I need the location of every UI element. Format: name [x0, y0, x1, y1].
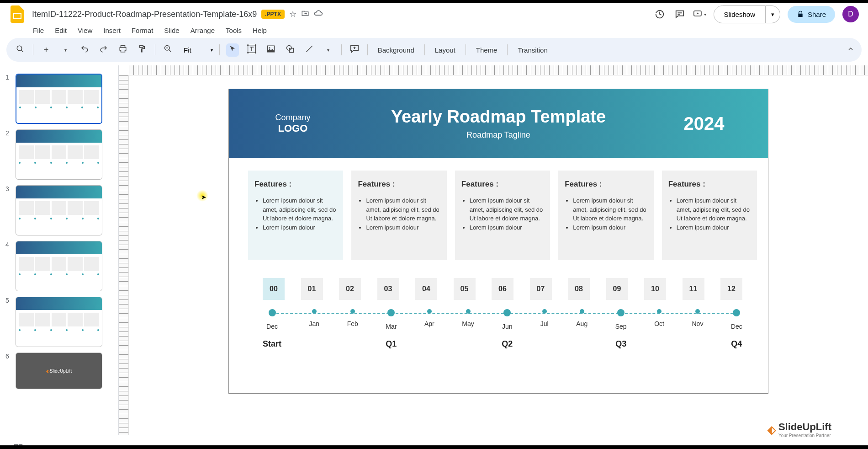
- feature-heading: Features :: [668, 180, 751, 189]
- svg-rect-1: [14, 14, 21, 18]
- feature-box-3: Features :Lorem ipsum dolour sit amet, a…: [558, 171, 653, 260]
- transition-button[interactable]: Transition: [514, 44, 551, 56]
- feature-heading: Features :: [254, 180, 337, 189]
- slides-logo-icon[interactable]: [9, 6, 26, 22]
- line-icon[interactable]: [303, 45, 316, 55]
- quarter-label: Q4: [731, 339, 742, 349]
- collapse-filmstrip-icon[interactable]: [36, 444, 42, 449]
- timeline-dot: [269, 309, 276, 316]
- month-label: Aug: [576, 320, 587, 327]
- svg-rect-14: [15, 445, 18, 448]
- menu-slide[interactable]: Slide: [164, 27, 179, 34]
- paint-format-icon[interactable]: [136, 45, 148, 55]
- quarter-label: Start: [263, 339, 281, 349]
- timeline-months: DecStartJanFebMarQ1AprMayJunQ2JulAugSepQ…: [263, 309, 742, 349]
- quarter-label: Q2: [502, 339, 513, 349]
- select-tool-icon[interactable]: [226, 43, 239, 57]
- menu-format[interactable]: Format: [132, 27, 153, 34]
- document-title[interactable]: ItemID-11222-Product-Roadmap-Presentatio…: [32, 10, 257, 19]
- present-icon[interactable]: ▾: [693, 8, 706, 21]
- line-dropdown-icon[interactable]: ▾: [322, 48, 335, 53]
- workspace: 123456⬖ SlideUpLift ➤ Company LOGO Yearl…: [0, 65, 868, 435]
- thumbnail-number: 2: [5, 129, 11, 180]
- watermark: ⬖ SlideUpLift Your Presentation Partner: [767, 421, 831, 438]
- move-icon[interactable]: [301, 9, 309, 20]
- redo-icon[interactable]: [97, 45, 110, 55]
- cursor-icon: ➤: [201, 193, 206, 201]
- new-slide-dropdown-icon[interactable]: ▾: [59, 48, 72, 53]
- slide-area[interactable]: ➤ Company LOGO Yearly Roadmap Template R…: [129, 75, 868, 435]
- feature-box-2: Features :Lorem ipsum dolour sit amet, a…: [455, 171, 550, 260]
- company-label: Company: [252, 113, 334, 123]
- month-item-Jan: Jan: [309, 309, 320, 349]
- zoom-out-icon[interactable]: [162, 45, 175, 55]
- timeline-dot: [466, 309, 471, 314]
- watermark-brand: SlideUpLift: [778, 421, 831, 433]
- month-label: Dec: [266, 323, 278, 330]
- slide-thumbnail-2[interactable]: 2: [5, 129, 113, 180]
- timeline-number-03: 03: [377, 278, 399, 300]
- background-button[interactable]: Background: [374, 44, 418, 56]
- slide-thumbnail-6[interactable]: 6⬖ SlideUpLift: [5, 353, 113, 389]
- month-label: Jun: [502, 323, 513, 330]
- comment-add-icon[interactable]: [348, 45, 361, 55]
- slide-tagline: Roadmap Tagline: [334, 130, 663, 140]
- zoom-select[interactable]: Fit ▾: [181, 46, 213, 54]
- slideshow-button[interactable]: Slideshow: [714, 5, 766, 23]
- textbox-icon[interactable]: [245, 44, 258, 56]
- menu-file[interactable]: File: [33, 27, 44, 34]
- cloud-icon[interactable]: [314, 10, 323, 19]
- collapse-toolbar-icon[interactable]: [847, 45, 854, 54]
- month-item-Nov: Nov: [692, 309, 703, 349]
- feature-box-0: Features :Lorem ipsum dolour sit amet, a…: [248, 171, 343, 260]
- month-item-Aug: Aug: [576, 309, 587, 349]
- month-label: Oct: [654, 320, 664, 327]
- menu-tools[interactable]: Tools: [226, 27, 242, 34]
- thumbnail-number: 3: [5, 185, 11, 235]
- timeline-dot: [542, 309, 547, 314]
- comment-icon[interactable]: [673, 8, 686, 21]
- timeline-dot: [580, 309, 584, 314]
- slide-thumbnail-5[interactable]: 5: [5, 297, 113, 347]
- feature-heading: Features :: [358, 180, 440, 189]
- month-item-Dec: DecQ4: [731, 309, 742, 349]
- user-avatar[interactable]: D: [842, 6, 859, 22]
- slide-panel[interactable]: 123456⬖ SlideUpLift: [0, 65, 119, 435]
- features-row: Features :Lorem ipsum dolour sit amet, a…: [248, 171, 757, 260]
- content-card: Features :Lorem ipsum dolour sit amet, a…: [237, 158, 768, 383]
- grid-view-icon[interactable]: [14, 444, 23, 449]
- menu-arrange[interactable]: Arrange: [191, 27, 215, 34]
- feature-box-1: Features :Lorem ipsum dolour sit amet, a…: [351, 171, 446, 260]
- slide-content[interactable]: Company LOGO Yearly Roadmap Template Roa…: [229, 89, 768, 393]
- menu-insert[interactable]: Insert: [103, 27, 121, 34]
- slide-thumbnail-4[interactable]: 4: [5, 241, 113, 291]
- new-slide-icon[interactable]: +: [40, 45, 53, 55]
- month-item-Jul: Jul: [540, 309, 549, 349]
- month-item-May: May: [462, 309, 474, 349]
- theme-button[interactable]: Theme: [472, 44, 501, 56]
- undo-icon[interactable]: [78, 45, 91, 55]
- share-button[interactable]: Share: [788, 6, 835, 23]
- slide-thumbnail-1[interactable]: 1: [5, 74, 113, 124]
- slideshow-dropdown[interactable]: ▾: [766, 5, 780, 23]
- layout-button[interactable]: Layout: [431, 44, 459, 56]
- speaker-notes-input[interactable]: Click to add speaker notes: [137, 446, 223, 449]
- image-icon[interactable]: [265, 45, 277, 55]
- shape-icon[interactable]: [284, 45, 296, 55]
- print-icon[interactable]: [116, 45, 129, 55]
- feature-item: Lorem ipsum dolour: [677, 223, 751, 232]
- star-icon[interactable]: ☆: [289, 9, 296, 19]
- title-area: ItemID-11222-Product-Roadmap-Presentatio…: [32, 9, 323, 20]
- menu-help[interactable]: Help: [253, 27, 267, 34]
- history-icon[interactable]: [653, 8, 666, 21]
- month-label: Apr: [424, 320, 434, 327]
- month-item-Apr: Apr: [424, 309, 434, 349]
- timeline-number-10: 10: [644, 278, 666, 300]
- timeline-dot: [427, 309, 432, 314]
- search-icon[interactable]: [14, 45, 26, 55]
- timeline-number-06: 06: [492, 278, 513, 300]
- slide-thumbnail-3[interactable]: 3: [5, 185, 113, 235]
- menu-view[interactable]: View: [78, 27, 92, 34]
- menu-edit[interactable]: Edit: [55, 27, 67, 34]
- feature-item: Lorem ipsum dolour: [263, 223, 337, 232]
